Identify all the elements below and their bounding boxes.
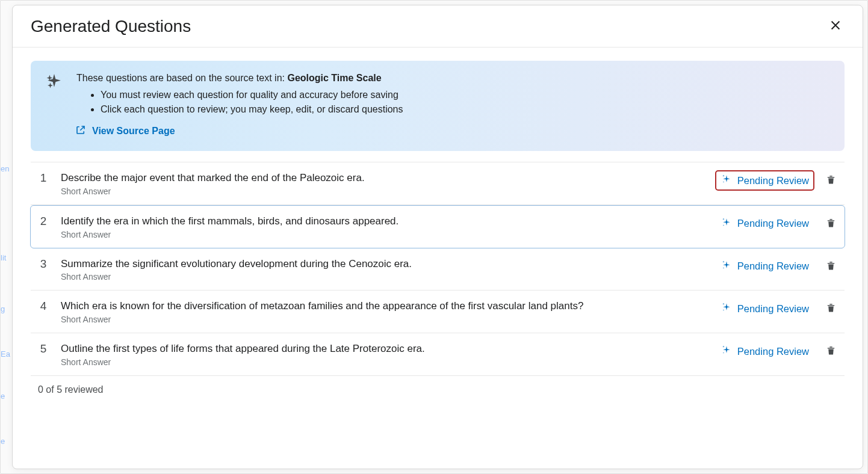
banner-source-title: Geologic Time Scale bbox=[287, 73, 381, 83]
delete-button[interactable] bbox=[823, 300, 839, 318]
question-type: Short Answer bbox=[61, 186, 704, 196]
question-actions: Pending Review bbox=[716, 171, 839, 190]
question-text: Which era is known for the diversificati… bbox=[61, 299, 704, 313]
delete-button[interactable] bbox=[823, 171, 839, 189]
question-actions: Pending Review bbox=[716, 257, 839, 276]
review-counter: 0 of 5 reviewed bbox=[31, 376, 845, 399]
view-source-link[interactable]: View Source Page bbox=[75, 125, 175, 138]
sparkle-icon bbox=[721, 259, 733, 274]
delete-button[interactable] bbox=[823, 215, 839, 233]
close-icon bbox=[829, 19, 842, 34]
question-row[interactable]: 2Identify the era in which the first mam… bbox=[30, 205, 845, 248]
sparkle-icon bbox=[721, 173, 733, 188]
question-number: 3 bbox=[38, 257, 49, 271]
pending-review-label: Pending Review bbox=[737, 175, 809, 186]
external-link-icon bbox=[75, 125, 86, 138]
bg-hint: g bbox=[1, 304, 5, 313]
trash-icon bbox=[826, 260, 836, 273]
question-number: 2 bbox=[38, 214, 49, 228]
modal-body: These questions are based on the source … bbox=[13, 48, 863, 469]
question-body: Describe the major event that marked the… bbox=[61, 171, 704, 196]
pending-review-label: Pending Review bbox=[737, 346, 809, 357]
close-button[interactable] bbox=[826, 16, 845, 36]
trash-icon bbox=[826, 302, 836, 315]
question-number: 1 bbox=[38, 171, 49, 185]
question-text: Identify the era in which the first mamm… bbox=[61, 214, 704, 229]
delete-button[interactable] bbox=[823, 257, 839, 275]
trash-icon bbox=[826, 174, 836, 187]
sparkle-icon bbox=[721, 344, 733, 359]
sparkle-icon bbox=[46, 74, 62, 90]
pending-review-label: Pending Review bbox=[737, 303, 809, 315]
pending-review-button[interactable]: Pending Review bbox=[716, 214, 814, 233]
pending-review-label: Pending Review bbox=[737, 218, 809, 229]
sparkle-icon bbox=[721, 217, 733, 231]
banner-intro-prefix: These questions are based on the source … bbox=[76, 73, 287, 83]
question-text: Describe the major event that marked the… bbox=[61, 171, 704, 185]
modal-title: Generated Questions bbox=[31, 17, 191, 36]
question-type: Short Answer bbox=[61, 357, 704, 367]
trash-icon bbox=[826, 217, 836, 230]
pending-review-button[interactable]: Pending Review bbox=[716, 257, 814, 276]
question-actions: Pending Review bbox=[716, 214, 839, 233]
delete-button[interactable] bbox=[823, 342, 839, 360]
bg-hint: Ea bbox=[1, 349, 10, 359]
pending-review-label: Pending Review bbox=[737, 260, 809, 272]
bg-hint: e bbox=[1, 392, 5, 401]
banner-bullet: You must review each question for qualit… bbox=[101, 90, 829, 100]
question-type: Short Answer bbox=[61, 315, 704, 324]
question-number: 4 bbox=[38, 299, 49, 313]
questions-list: 1Describe the major event that marked th… bbox=[31, 162, 845, 376]
question-actions: Pending Review bbox=[716, 299, 839, 318]
question-row[interactable]: 4Which era is known for the diversificat… bbox=[31, 291, 845, 333]
bg-hint: en bbox=[1, 164, 9, 173]
pending-review-button[interactable]: Pending Review bbox=[716, 342, 814, 361]
question-number: 5 bbox=[38, 342, 49, 356]
question-row[interactable]: 5Outline the first types of life forms t… bbox=[31, 333, 845, 376]
question-type: Short Answer bbox=[61, 230, 704, 239]
modal-header: Generated Questions bbox=[13, 5, 863, 48]
question-body: Summarize the significant evolutionary d… bbox=[61, 257, 704, 282]
question-actions: Pending Review bbox=[716, 342, 839, 361]
pending-review-button[interactable]: Pending Review bbox=[716, 171, 814, 190]
pending-review-button[interactable]: Pending Review bbox=[716, 299, 814, 318]
bg-hint: lit bbox=[1, 253, 6, 262]
question-row[interactable]: 1Describe the major event that marked th… bbox=[31, 162, 845, 205]
question-body: Outline the first types of life forms th… bbox=[61, 342, 704, 367]
banner-intro: These questions are based on the source … bbox=[76, 73, 829, 84]
question-body: Which era is known for the diversificati… bbox=[61, 299, 704, 324]
info-banner: These questions are based on the source … bbox=[31, 61, 845, 151]
sparkle-icon bbox=[721, 301, 733, 316]
question-type: Short Answer bbox=[61, 272, 704, 282]
banner-bullets: You must review each question for qualit… bbox=[76, 90, 829, 115]
banner-bullet: Click each question to review; you may k… bbox=[101, 104, 829, 115]
bg-hint: e bbox=[1, 437, 5, 446]
question-row[interactable]: 3Summarize the significant evolutionary … bbox=[31, 248, 845, 291]
view-source-label: View Source Page bbox=[92, 126, 175, 137]
banner-content: These questions are based on the source … bbox=[76, 73, 829, 138]
question-body: Identify the era in which the first mamm… bbox=[61, 214, 704, 239]
question-text: Outline the first types of life forms th… bbox=[61, 342, 704, 356]
generated-questions-modal: Generated Questions These questions are … bbox=[12, 5, 863, 469]
question-text: Summarize the significant evolutionary d… bbox=[61, 257, 704, 271]
trash-icon bbox=[826, 345, 836, 358]
